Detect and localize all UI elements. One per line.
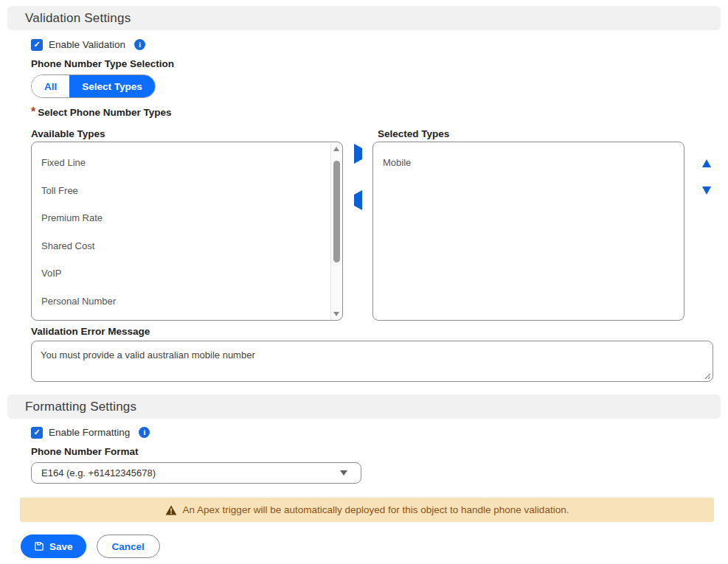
phone-number-format-select[interactable]: E164 (e.g. +61412345678) xyxy=(31,462,361,484)
validation-error-message-value: You must provide a valid australian mobi… xyxy=(41,349,255,361)
scrollbar-thumb[interactable] xyxy=(333,161,340,262)
arrow-right-icon xyxy=(354,144,362,164)
phone-number-format-value: E164 (e.g. +61412345678) xyxy=(41,467,156,478)
resize-handle-icon[interactable] xyxy=(704,372,710,379)
scroll-up-icon[interactable] xyxy=(331,143,342,154)
arrow-down-icon xyxy=(702,187,711,206)
save-icon xyxy=(34,541,44,551)
list-item[interactable]: Personal Number xyxy=(32,288,342,316)
formatting-settings-title: Formatting Settings xyxy=(25,400,136,414)
chevron-down-icon xyxy=(340,470,347,476)
validation-settings-header: Validation Settings xyxy=(7,6,721,30)
list-item[interactable]: Fixed Line xyxy=(32,149,342,177)
enable-formatting-checkbox[interactable]: ✓ xyxy=(31,427,43,439)
arrow-up-icon xyxy=(702,148,711,167)
cancel-button-label: Cancel xyxy=(112,541,145,552)
scrollbar-track[interactable] xyxy=(331,154,342,308)
list-item[interactable]: Mobile xyxy=(373,149,684,177)
apex-trigger-warning-banner: An Apex trigger will be automatically de… xyxy=(20,498,714,522)
list-item[interactable]: Premium Rate xyxy=(32,204,342,232)
phone-type-toggle-group: All Select Types xyxy=(31,74,156,98)
list-item[interactable]: VoIP xyxy=(32,260,342,288)
toggle-option-select-types[interactable]: Select Types xyxy=(69,75,155,97)
checkmark-icon: ✓ xyxy=(33,41,40,49)
arrow-left-icon xyxy=(354,190,362,210)
cancel-button[interactable]: Cancel xyxy=(97,535,160,558)
move-up-button[interactable] xyxy=(702,148,711,159)
scroll-down-icon[interactable] xyxy=(331,308,342,319)
select-phone-types-label: Select Phone Number Types xyxy=(38,107,171,118)
enable-validation-label: Enable Validation xyxy=(49,39,125,50)
checkmark-icon: ✓ xyxy=(33,428,40,436)
save-button[interactable]: Save xyxy=(21,535,86,558)
phone-number-format-label: Phone Number Format xyxy=(31,446,728,457)
phone-validation-settings-page: Validation Settings ✓ Enable Validation … xyxy=(0,0,728,564)
move-right-button[interactable] xyxy=(354,148,362,159)
warning-message: An Apex trigger will be automatically de… xyxy=(183,504,569,515)
available-types-label: Available Types xyxy=(31,128,343,139)
move-left-button[interactable] xyxy=(354,195,362,206)
warning-icon xyxy=(165,505,177,515)
available-types-listbox: Fixed Line Toll Free Premium Rate Shared… xyxy=(31,142,343,321)
enable-formatting-info-icon[interactable]: i xyxy=(139,427,150,438)
selected-types-listbox: Mobile xyxy=(372,142,684,321)
validation-settings-title: Validation Settings xyxy=(25,11,131,26)
enable-formatting-label: Enable Formatting xyxy=(49,427,130,438)
list-item[interactable]: Toll Free xyxy=(32,177,342,205)
phone-type-selection-label: Phone Number Type Selection xyxy=(31,58,728,69)
enable-validation-info-icon[interactable]: i xyxy=(134,39,145,50)
validation-error-message-textarea[interactable]: You must provide a valid australian mobi… xyxy=(31,341,713,382)
move-down-button[interactable] xyxy=(702,195,711,206)
save-button-label: Save xyxy=(49,541,73,552)
validation-error-message-label: Validation Error Message xyxy=(31,326,728,337)
formatting-settings-header: Formatting Settings xyxy=(7,394,721,419)
available-list-scrollbar[interactable] xyxy=(330,143,342,319)
list-item[interactable]: Shared Cost xyxy=(32,232,342,260)
enable-validation-checkbox[interactable]: ✓ xyxy=(31,39,43,51)
selected-types-label: Selected Types xyxy=(372,128,684,139)
required-marker: * xyxy=(31,105,35,118)
toggle-option-all[interactable]: All xyxy=(32,75,69,97)
